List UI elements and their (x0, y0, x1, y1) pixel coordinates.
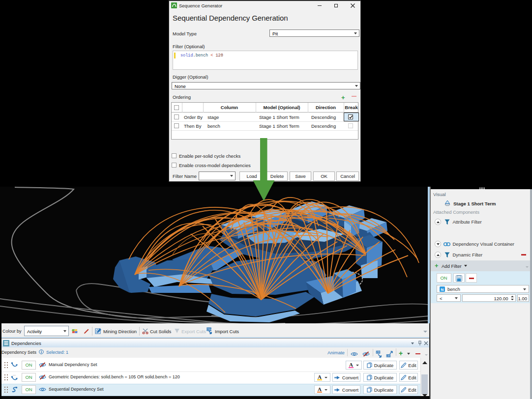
svg-text:□□□: □□□ (13, 374, 16, 376)
svg-text:CSV: CSV (386, 355, 391, 357)
svg-text:N: N (441, 287, 444, 292)
svg-text:CSV: CSV (206, 328, 212, 331)
svg-text:CSV: CSV (376, 351, 381, 353)
